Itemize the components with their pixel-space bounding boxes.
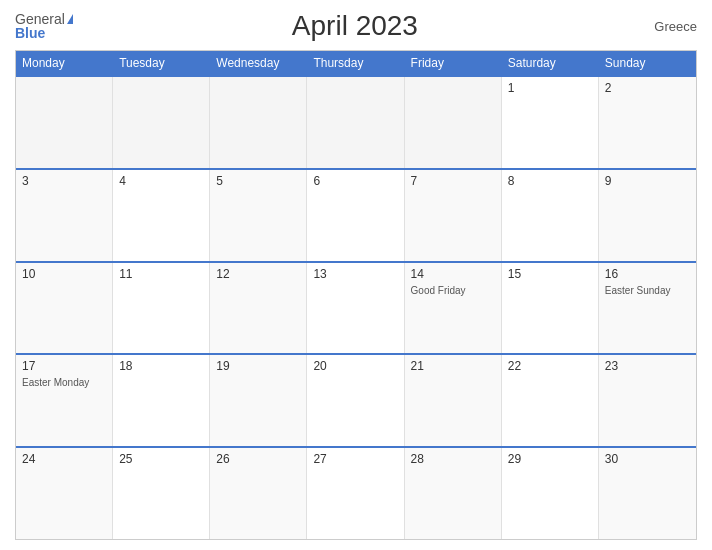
header-monday: Monday — [16, 51, 113, 75]
country-label: Greece — [637, 19, 697, 34]
day-number-6: 6 — [313, 174, 397, 188]
day-number-26: 26 — [216, 452, 300, 466]
header-wednesday: Wednesday — [210, 51, 307, 75]
day-number-28: 28 — [411, 452, 495, 466]
day-number-8: 8 — [508, 174, 592, 188]
day-event-2-4: Good Friday — [411, 285, 495, 296]
logo-general-text: General — [15, 12, 65, 26]
day-number-13: 13 — [313, 267, 397, 281]
header-thursday: Thursday — [307, 51, 404, 75]
logo: General Blue — [15, 12, 73, 40]
calendar-cell-2-1: 11 — [113, 263, 210, 354]
day-number-23: 23 — [605, 359, 690, 373]
calendar-cell-1-5: 8 — [502, 170, 599, 261]
day-number-7: 7 — [411, 174, 495, 188]
calendar-cell-4-5: 29 — [502, 448, 599, 539]
calendar-cell-1-1: 4 — [113, 170, 210, 261]
calendar-cell-0-3 — [307, 77, 404, 168]
calendar-cell-3-6: 23 — [599, 355, 696, 446]
calendar-cell-3-3: 20 — [307, 355, 404, 446]
day-number-1: 1 — [508, 81, 592, 95]
calendar-cell-4-3: 27 — [307, 448, 404, 539]
day-number-16: 16 — [605, 267, 690, 281]
calendar-cell-0-5: 1 — [502, 77, 599, 168]
calendar-cell-1-0: 3 — [16, 170, 113, 261]
day-number-21: 21 — [411, 359, 495, 373]
calendar-cell-4-6: 30 — [599, 448, 696, 539]
calendar-row-2: 1011121314Good Friday1516Easter Sunday — [16, 261, 696, 354]
calendar-header: Monday Tuesday Wednesday Thursday Friday… — [16, 51, 696, 75]
calendar-cell-0-2 — [210, 77, 307, 168]
day-event-2-6: Easter Sunday — [605, 285, 690, 296]
day-number-15: 15 — [508, 267, 592, 281]
day-number-10: 10 — [22, 267, 106, 281]
day-number-25: 25 — [119, 452, 203, 466]
calendar-cell-0-1 — [113, 77, 210, 168]
day-number-30: 30 — [605, 452, 690, 466]
calendar-cell-3-1: 18 — [113, 355, 210, 446]
day-number-3: 3 — [22, 174, 106, 188]
day-number-9: 9 — [605, 174, 690, 188]
header-friday: Friday — [405, 51, 502, 75]
calendar-cell-0-6: 2 — [599, 77, 696, 168]
day-number-20: 20 — [313, 359, 397, 373]
calendar-cell-1-2: 5 — [210, 170, 307, 261]
day-number-27: 27 — [313, 452, 397, 466]
page: General Blue April 2023 Greece Monday Tu… — [0, 0, 712, 550]
logo-top-row: General — [15, 12, 73, 26]
day-number-24: 24 — [22, 452, 106, 466]
header-tuesday: Tuesday — [113, 51, 210, 75]
calendar-cell-4-0: 24 — [16, 448, 113, 539]
header: General Blue April 2023 Greece — [15, 10, 697, 42]
header-sunday: Sunday — [599, 51, 696, 75]
calendar-cell-0-4 — [405, 77, 502, 168]
calendar-cell-1-4: 7 — [405, 170, 502, 261]
calendar-body: 1234567891011121314Good Friday1516Easter… — [16, 75, 696, 539]
day-number-2: 2 — [605, 81, 690, 95]
calendar-title: April 2023 — [73, 10, 637, 42]
calendar-row-3: 17Easter Monday181920212223 — [16, 353, 696, 446]
calendar-cell-3-4: 21 — [405, 355, 502, 446]
header-saturday: Saturday — [502, 51, 599, 75]
day-number-17: 17 — [22, 359, 106, 373]
calendar-cell-2-6: 16Easter Sunday — [599, 263, 696, 354]
day-number-11: 11 — [119, 267, 203, 281]
calendar-row-1: 3456789 — [16, 168, 696, 261]
day-number-4: 4 — [119, 174, 203, 188]
day-number-22: 22 — [508, 359, 592, 373]
day-event-3-0: Easter Monday — [22, 377, 106, 388]
calendar-cell-3-0: 17Easter Monday — [16, 355, 113, 446]
day-number-5: 5 — [216, 174, 300, 188]
calendar-cell-2-0: 10 — [16, 263, 113, 354]
day-number-14: 14 — [411, 267, 495, 281]
calendar-row-0: 12 — [16, 75, 696, 168]
calendar-row-4: 24252627282930 — [16, 446, 696, 539]
calendar: Monday Tuesday Wednesday Thursday Friday… — [15, 50, 697, 540]
calendar-cell-4-1: 25 — [113, 448, 210, 539]
calendar-cell-2-3: 13 — [307, 263, 404, 354]
logo-blue-text: Blue — [15, 26, 73, 40]
day-number-19: 19 — [216, 359, 300, 373]
calendar-cell-3-2: 19 — [210, 355, 307, 446]
calendar-cell-1-6: 9 — [599, 170, 696, 261]
calendar-cell-3-5: 22 — [502, 355, 599, 446]
calendar-cell-4-4: 28 — [405, 448, 502, 539]
day-number-12: 12 — [216, 267, 300, 281]
day-number-18: 18 — [119, 359, 203, 373]
calendar-cell-2-4: 14Good Friday — [405, 263, 502, 354]
calendar-cell-4-2: 26 — [210, 448, 307, 539]
calendar-cell-0-0 — [16, 77, 113, 168]
calendar-cell-2-5: 15 — [502, 263, 599, 354]
calendar-cell-1-3: 6 — [307, 170, 404, 261]
calendar-cell-2-2: 12 — [210, 263, 307, 354]
day-number-29: 29 — [508, 452, 592, 466]
